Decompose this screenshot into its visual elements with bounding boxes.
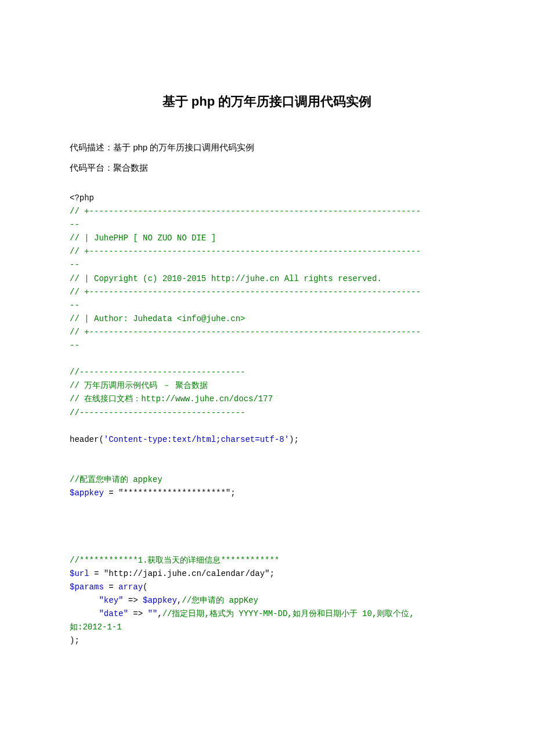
punct: ( xyxy=(143,582,147,592)
comment-marker: // xyxy=(182,596,192,605)
string-lit: "date" xyxy=(70,609,128,618)
comment-text: 您申请的 xyxy=(192,596,224,605)
meta-platform: 代码平台：聚合数据 xyxy=(70,160,464,175)
comment-line: -- xyxy=(70,341,80,350)
code-block: <?php // +------------------------------… xyxy=(70,192,464,647)
string-lit: 'Content-type:text/html;charset=utf-8' xyxy=(104,435,289,444)
comment-line: -- xyxy=(70,220,80,229)
comment-text: 指定日期,格式为 xyxy=(172,609,233,618)
fn-call: header( xyxy=(70,435,104,444)
comment-line: // | Author: Juhedata <info@juhe.cn> xyxy=(70,314,245,323)
punct: ); xyxy=(289,435,299,444)
comment-line: -- xyxy=(70,260,80,269)
keyword: array xyxy=(118,582,143,592)
comment-line: // 在线接口文档：http://www.juhe.cn/docs/177 xyxy=(70,394,273,404)
comment-marker: //************1. xyxy=(70,556,147,565)
comment-line: // +------------------------------------… xyxy=(70,287,421,297)
comment-line: -- xyxy=(70,301,80,310)
comment-line: // | Copyright (c) 2010-2015 http://juhe… xyxy=(70,274,382,283)
comment-marker: // xyxy=(70,475,80,484)
variable: $appkey xyxy=(143,596,177,605)
assign: = "http://japi.juhe.cn/calendar/day"; xyxy=(89,569,275,578)
comment-text: :2012-1-1 xyxy=(78,622,122,632)
comment-line: //---------------------------------- xyxy=(70,368,245,377)
document-page: 基于 php 的万年历接口调用代码实例 代码描述：基于 php 的万年历接口调用… xyxy=(0,0,534,756)
assign: = "*********************"; xyxy=(104,488,236,498)
variable: $params xyxy=(70,582,104,592)
comment-text: 获取当天的详细信息 xyxy=(147,556,221,565)
punct: , xyxy=(177,596,182,605)
punct: ); xyxy=(70,636,80,645)
arrow: => xyxy=(128,609,148,618)
assign: = xyxy=(104,582,118,592)
comment-text: 10, xyxy=(358,609,377,618)
comment-line: //---------------------------------- xyxy=(70,408,245,417)
variable: $url xyxy=(70,569,89,578)
comment-line: // +------------------------------------… xyxy=(70,247,421,256)
arrow: => xyxy=(123,596,143,605)
string-lit: "" xyxy=(147,609,157,618)
comment-line: // 万年历调用示例代码 － 聚合数据 xyxy=(70,381,208,390)
comment-line: // | JuhePHP [ NO ZUO NO DIE ] xyxy=(70,233,216,243)
comment-text: 配置您申请的 xyxy=(80,475,128,484)
comment-text: appkey xyxy=(128,475,163,484)
comment-line: // +------------------------------------… xyxy=(70,207,421,216)
php-tag: <?php xyxy=(70,193,94,203)
comment-line: // +------------------------------------… xyxy=(70,327,421,337)
punct: , xyxy=(157,609,162,618)
comment-text: appKey xyxy=(224,596,258,605)
comment-text: 如 xyxy=(70,622,78,632)
string-lit: "key" xyxy=(70,596,123,605)
comment-text: YYYY-MM-DD, xyxy=(234,609,293,618)
meta-description: 代码描述：基于 php 的万年历接口调用代码实例 xyxy=(70,139,464,155)
comment-marker: ************ xyxy=(221,556,279,565)
comment-text: 则取个位, xyxy=(377,609,414,618)
doc-title: 基于 php 的万年历接口调用代码实例 xyxy=(70,93,464,110)
comment-text: 如月份和日期小于 xyxy=(293,609,358,618)
comment-marker: // xyxy=(163,609,172,618)
variable: $appkey xyxy=(70,488,104,498)
